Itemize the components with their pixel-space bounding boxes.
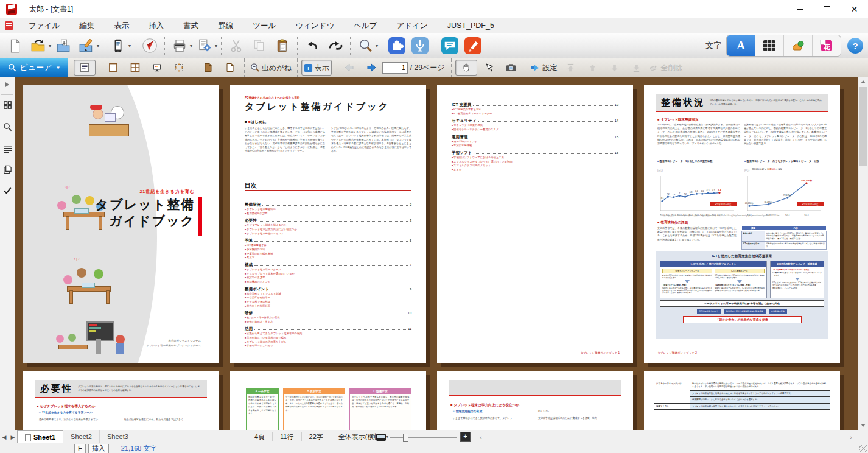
page-number-input[interactable] (382, 62, 408, 74)
zoom-slider-thumb[interactable] (403, 434, 408, 442)
sidebar-list-button[interactable] (0, 141, 15, 156)
print-settings-button[interactable] (194, 35, 215, 57)
function-key-button[interactable]: F (74, 444, 86, 453)
page-thumbnail-8[interactable]: ソフトウェア＆コンテンツ新たなタブレット端末環境の整備においては、ハード面の計画… (644, 371, 840, 430)
redo-button[interactable] (324, 35, 346, 57)
menu-item-10[interactable]: JUST_PDF_5 (438, 18, 504, 33)
page-thumbnail-5[interactable]: 必要性 タブレット端末の整備は、子どもたちの学びにどのような効果をもたらすのか?… (23, 371, 219, 430)
menu-item-6[interactable]: ツール (243, 18, 285, 33)
page-thumbnail-1[interactable]: \ | / \ | / (23, 85, 219, 363)
select-tool-button[interactable] (478, 60, 499, 75)
page-fold-outline-button[interactable] (220, 60, 240, 75)
sidebar-search-button[interactable] (0, 119, 15, 135)
insert-parts-button[interactable] (386, 35, 408, 57)
paste-button[interactable] (271, 35, 293, 57)
sidebar-thumbnails-button[interactable] (0, 97, 15, 113)
document-canvas[interactable]: \ | / \ | / (15, 77, 858, 430)
print-button[interactable] (169, 35, 191, 57)
presentation-view-button[interactable] (147, 60, 167, 75)
sidebar-check-button[interactable] (0, 182, 15, 198)
jump-down-button[interactable] (604, 60, 625, 75)
graphic-mode-button[interactable] (784, 35, 813, 56)
page-thumbnail-4[interactable]: 整備状況 ICTの環境整備はどのくらい進んでいるのか。日本が置かれている状況は?… (644, 85, 840, 363)
print-settings-dropdown[interactable]: ▾ (215, 43, 217, 49)
close-button[interactable]: ✕ (841, 0, 868, 18)
menu-item-3[interactable]: 挿入 (139, 18, 173, 33)
fit-view-button[interactable] (169, 60, 189, 75)
viewer-device-button[interactable] (107, 35, 129, 57)
page-thumbnail-3[interactable]: ICT 支援員13ICT支援員の常駐と対応ICT教育情報化コーディネーターセキュ… (437, 85, 633, 363)
navigation-button[interactable] (139, 35, 161, 57)
horizontal-scrollbar[interactable]: ‹ › (480, 430, 852, 443)
comment-button[interactable] (439, 35, 461, 57)
delete-all-button[interactable]: 全削除 (648, 60, 684, 75)
sidebar-expand-button[interactable] (0, 77, 15, 93)
zoom-slider[interactable] (390, 437, 457, 438)
page-fold-filled-button[interactable] (198, 60, 219, 75)
print-dropdown[interactable]: ▾ (190, 43, 192, 49)
insert-mode-button[interactable]: 挿入 (88, 444, 109, 453)
copy-button[interactable] (248, 35, 270, 57)
page-thumbnail-7[interactable]: タブレット端末は学力向上にどう役立つか 情報活用能力の育成 いままで蓄積されてき… (437, 371, 633, 430)
scroll-down-button[interactable] (858, 420, 868, 430)
jump-up-button[interactable] (582, 60, 603, 75)
cut-button[interactable] (225, 35, 247, 57)
fit-monitor-icon[interactable] (376, 434, 386, 441)
page-thumbnail-6[interactable]: A 一斉学習挿絵や写真等を拡大・縮小、画面への書き込み等を活用して分かりやすく説… (230, 371, 426, 430)
sidebar-pages-button[interactable] (0, 161, 15, 177)
save-button[interactable] (52, 35, 74, 57)
menu-item-5[interactable]: 罫線 (208, 18, 243, 33)
menu-item-8[interactable]: ヘルプ (344, 18, 387, 33)
save-as-button[interactable] (75, 35, 97, 57)
scroll-up-button[interactable] (858, 77, 868, 86)
menu-item-9[interactable]: アドイン (387, 18, 438, 33)
page-thumbnail-2[interactable]: PC整備をされるみなさまへのお役立ち資料 タブレット整備ガイドブック ■はじめに… (230, 85, 426, 363)
scrollbar-thumb[interactable] (859, 87, 867, 166)
menu-item-0[interactable]: ファイル (19, 18, 69, 33)
display-toggle-button[interactable]: i 表示 (301, 60, 332, 76)
marker-settings-button[interactable]: 設定 (529, 60, 559, 75)
tablet-chart-note: 前年度と比較して2倍以上に増加 (752, 168, 782, 170)
viewer-device-dropdown[interactable]: ▾ (128, 43, 131, 49)
text-mode-button[interactable]: A (727, 35, 755, 56)
maximize-button[interactable] (813, 0, 841, 18)
search-dropdown[interactable]: ▾ (376, 43, 378, 49)
menu-item-1[interactable]: 編集 (69, 18, 104, 33)
help-button[interactable]: ? (847, 38, 863, 54)
sheet-tab-sheet2[interactable]: Sheet2 (63, 430, 100, 443)
menu-item-7[interactable]: ウィンドウ (285, 18, 344, 33)
viewer-menu-button[interactable]: ビューア ▼ (0, 58, 68, 77)
jump-first-button[interactable] (560, 60, 581, 75)
jump-last-button[interactable] (626, 60, 646, 75)
sheet-tab-sheet3[interactable]: Sheet3 (100, 430, 136, 443)
menu-item-4[interactable]: 書式 (173, 18, 208, 33)
hanako-button[interactable]: 花 (813, 35, 841, 56)
hscroll-right-button[interactable]: › (850, 434, 852, 441)
marker-button[interactable] (462, 35, 484, 57)
tab-scroll-right[interactable]: ▶ (9, 434, 17, 440)
single-page-view-button[interactable] (103, 60, 124, 75)
menu-item-2[interactable]: 表示 (104, 18, 139, 33)
loupe-button[interactable]: 虫めがね (248, 60, 293, 75)
hscroll-left-button[interactable]: ‹ (480, 434, 482, 441)
hand-tool-button[interactable] (455, 60, 477, 76)
vertical-scrollbar[interactable] (858, 77, 868, 430)
page-forward-button[interactable] (361, 60, 382, 75)
minimize-button[interactable] (786, 0, 813, 18)
page-back-button[interactable] (339, 60, 360, 75)
new-document-button[interactable] (4, 35, 26, 57)
voice-input-button[interactable] (409, 35, 431, 57)
undo-button[interactable] (301, 35, 323, 57)
sheet-tab-sheet1[interactable]: Sheet1 (17, 430, 63, 444)
resize-grip[interactable] (859, 445, 867, 452)
search-button[interactable] (354, 35, 376, 57)
tab-scroll-left[interactable]: ◀ (0, 434, 9, 440)
open-dropdown[interactable]: ▾ (49, 43, 51, 49)
save-as-dropdown[interactable]: ▾ (97, 43, 99, 49)
camera-tool-button[interactable] (500, 60, 521, 75)
grid-view-button[interactable] (125, 60, 145, 75)
text-page-view-button[interactable] (74, 60, 96, 76)
table-mode-button[interactable] (755, 35, 784, 56)
zoom-in-button[interactable]: + (460, 432, 471, 442)
open-button[interactable] (27, 35, 49, 57)
